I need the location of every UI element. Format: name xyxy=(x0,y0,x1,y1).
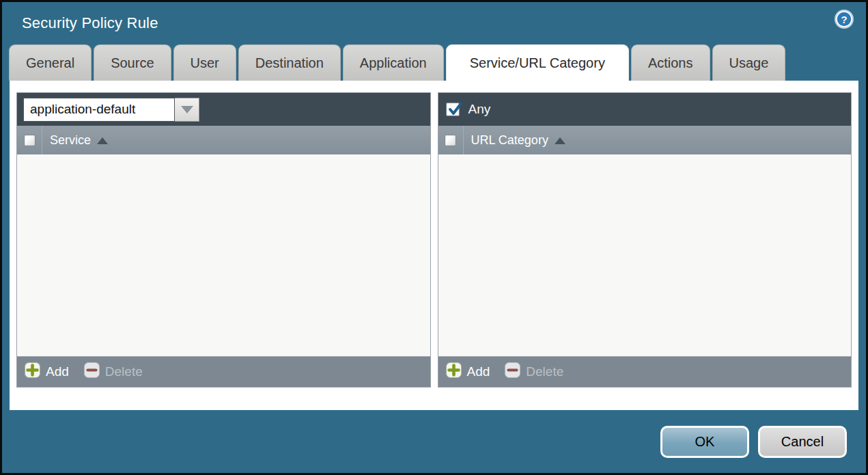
help-icon[interactable]: ? xyxy=(834,9,854,29)
service-type-dropdown[interactable]: application-default xyxy=(23,98,199,122)
service-add-button[interactable]: Add xyxy=(25,362,69,381)
service-add-label: Add xyxy=(46,364,69,379)
service-panel-header: application-default xyxy=(17,93,430,126)
url-category-delete-button[interactable]: Delete xyxy=(505,362,563,381)
url-category-delete-label: Delete xyxy=(526,364,563,379)
sort-ascending-icon xyxy=(97,137,108,144)
svg-text:?: ? xyxy=(841,14,847,25)
plus-icon xyxy=(446,362,462,381)
service-column-label: Service xyxy=(50,133,91,148)
url-category-panel-toolbar: Add Delete xyxy=(438,356,852,387)
service-select-all-cell xyxy=(17,126,42,154)
tab-content-service-url-category: application-default Service xyxy=(10,81,858,410)
sort-ascending-icon xyxy=(555,137,565,144)
url-category-select-all-checkbox[interactable] xyxy=(445,135,456,146)
tab-application[interactable]: Application xyxy=(343,44,444,81)
service-select-all-checkbox[interactable] xyxy=(24,135,36,146)
any-checkbox[interactable] xyxy=(446,103,460,116)
security-policy-rule-dialog: Security Policy Rule ? General Source Us… xyxy=(2,2,866,473)
tab-source[interactable]: Source xyxy=(94,44,171,81)
cancel-button[interactable]: Cancel xyxy=(758,426,847,458)
dialog-title: Security Policy Rule xyxy=(22,14,158,32)
url-category-select-all-cell xyxy=(438,126,464,154)
url-category-panel-header: Any xyxy=(438,93,852,126)
tab-general[interactable]: General xyxy=(9,44,92,81)
any-checkbox-label[interactable]: Any xyxy=(468,102,491,117)
url-category-column-label: URL Category xyxy=(471,133,548,148)
service-list-body xyxy=(17,154,430,356)
service-panel: application-default Service xyxy=(16,92,431,388)
dialog-titlebar: Security Policy Rule xyxy=(2,2,866,44)
tab-user[interactable]: User xyxy=(173,44,236,81)
service-column-header[interactable]: Service xyxy=(42,126,108,154)
url-category-add-button[interactable]: Add xyxy=(446,362,490,381)
service-panel-toolbar: Add Delete xyxy=(17,356,430,387)
url-category-column-header[interactable]: URL Category xyxy=(464,126,565,154)
url-category-add-label: Add xyxy=(467,364,490,379)
dialog-tabs: General Source User Destination Applicat… xyxy=(9,44,785,81)
minus-icon xyxy=(505,362,520,381)
url-category-column-header-row: URL Category xyxy=(438,126,852,154)
checkmark-icon xyxy=(447,101,464,119)
tab-service-url-category[interactable]: Service/URL Category xyxy=(446,44,629,81)
service-delete-button[interactable]: Delete xyxy=(84,362,143,381)
service-column-header-row: Service xyxy=(17,126,430,154)
dialog-footer: OK Cancel xyxy=(660,426,847,458)
url-category-list-body xyxy=(438,154,852,356)
minus-icon xyxy=(84,362,100,381)
service-type-dropdown-button[interactable] xyxy=(175,98,199,122)
tab-usage[interactable]: Usage xyxy=(712,44,786,81)
ok-button[interactable]: OK xyxy=(660,426,749,458)
service-delete-label: Delete xyxy=(105,364,143,379)
plus-icon xyxy=(25,362,40,381)
service-type-dropdown-value[interactable]: application-default xyxy=(23,98,175,122)
tab-destination[interactable]: Destination xyxy=(238,44,341,81)
url-category-panel: Any URL Category xyxy=(438,92,852,388)
tab-actions[interactable]: Actions xyxy=(631,44,710,81)
chevron-down-icon xyxy=(181,106,193,113)
